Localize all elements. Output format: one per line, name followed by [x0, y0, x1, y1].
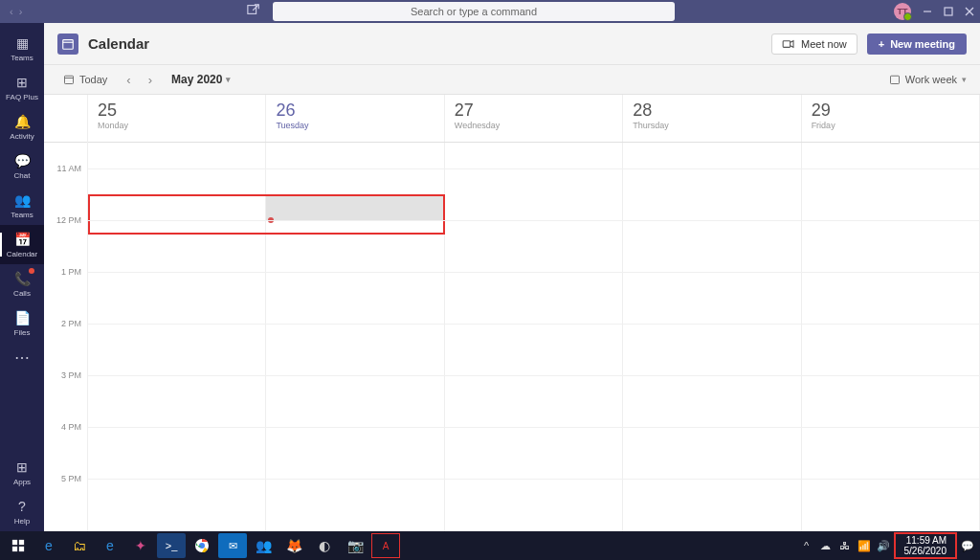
- rail-label: Files: [14, 328, 31, 337]
- svg-rect-13: [12, 547, 17, 551]
- calendar-grid: 11 AM12 PM1 PM2 PM3 PM4 PM5 PM 25Monday2…: [44, 94, 980, 531]
- nav-forward-icon[interactable]: ›: [19, 6, 23, 17]
- today-icon: [63, 74, 75, 85]
- app-icon-1[interactable]: ✦: [126, 533, 155, 558]
- view-icon: [889, 74, 901, 85]
- bell-icon: 🔔: [13, 113, 31, 130]
- ie-icon[interactable]: e: [96, 533, 124, 558]
- search-input[interactable]: Search or type a command: [273, 2, 675, 21]
- hour-line: [88, 375, 980, 376]
- rail-item-teams-top[interactable]: ▦ Teams: [0, 29, 44, 68]
- edge-icon[interactable]: e: [34, 533, 63, 558]
- tray-cloud-icon[interactable]: ☁: [817, 533, 835, 558]
- rail-item-calendar[interactable]: 📅 Calendar: [0, 225, 44, 264]
- taskbar-clock-highlight: 11:59 AM 5/26/2020: [894, 532, 958, 559]
- compose-icon[interactable]: [247, 3, 260, 16]
- start-button[interactable]: [4, 533, 33, 558]
- day-number: 27: [455, 101, 612, 121]
- day-header[interactable]: 27Wednesday: [445, 95, 623, 142]
- teams-taskbar-icon[interactable]: 👥: [249, 533, 278, 558]
- rail-item-calls[interactable]: 📞 Calls: [0, 264, 44, 303]
- window-close-icon[interactable]: [965, 7, 974, 16]
- avatar[interactable]: TT: [894, 3, 911, 20]
- firefox-icon[interactable]: 🦊: [279, 533, 308, 558]
- explorer-icon[interactable]: 🗂: [65, 533, 94, 558]
- day-header[interactable]: 28Thursday: [623, 95, 801, 142]
- hour-line: [88, 220, 980, 221]
- month-picker[interactable]: May 2020 ▾: [171, 73, 231, 86]
- app-icon-2[interactable]: ◐: [310, 533, 339, 558]
- day-of-week: Monday: [98, 121, 256, 130]
- outlook-icon[interactable]: ✉: [218, 533, 247, 558]
- search-placeholder: Search or type a command: [411, 6, 537, 17]
- title-bar: ‹ › Search or type a command TT: [0, 0, 980, 23]
- day-header[interactable]: 25Monday: [88, 95, 266, 142]
- hour-line: [88, 427, 980, 428]
- file-icon: 📄: [13, 309, 31, 326]
- hour-label: 2 PM: [61, 319, 81, 328]
- next-week-icon[interactable]: ›: [145, 73, 156, 87]
- rail-item-chat[interactable]: 💬 Chat: [0, 146, 44, 186]
- svg-rect-10: [890, 76, 899, 83]
- day-header[interactable]: 26Tuesday: [266, 95, 444, 142]
- view-switcher[interactable]: Work week ▾: [889, 74, 967, 85]
- notification-dot: [29, 268, 34, 274]
- taskbar-clock[interactable]: 11:59 AM 5/26/2020: [899, 535, 953, 556]
- calendar-icon: 📅: [13, 231, 31, 248]
- day-number: 29: [812, 101, 969, 121]
- acrobat-icon[interactable]: A: [371, 533, 400, 558]
- rail-label: Activity: [10, 132, 33, 141]
- tray-wifi-icon[interactable]: 📶: [856, 533, 873, 558]
- page-title: Calendar: [88, 35, 149, 52]
- action-center-icon[interactable]: 💬: [959, 533, 976, 558]
- day-column[interactable]: [623, 143, 801, 531]
- day-number: 28: [633, 101, 791, 121]
- tray-volume-icon[interactable]: 🔊: [875, 533, 892, 558]
- chrome-icon[interactable]: [188, 533, 216, 558]
- svg-rect-12: [19, 540, 24, 545]
- rail-more-icon[interactable]: ⋯: [14, 343, 31, 372]
- month-label: May 2020: [171, 73, 222, 86]
- rail-label: Calls: [13, 289, 31, 298]
- meet-now-button[interactable]: Meet now: [771, 34, 858, 55]
- svg-rect-0: [248, 6, 256, 14]
- rail-item-help[interactable]: ? Help: [0, 492, 44, 531]
- windows-taskbar: e 🗂 e ✦ >_ ✉ 👥 🦊 ◐ 📷 A ^ ☁ 🖧 📶 🔊 11:59 A…: [0, 531, 980, 560]
- svg-rect-2: [945, 8, 952, 15]
- day-column[interactable]: [88, 143, 266, 531]
- apps-icon: ⊞: [13, 459, 31, 476]
- calendar-slots[interactable]: [88, 143, 980, 531]
- rail-item-faq[interactable]: ⊞ FAQ Plus: [0, 68, 44, 107]
- faq-icon: ⊞: [13, 74, 31, 91]
- camera-icon[interactable]: 📷: [341, 533, 369, 558]
- day-column[interactable]: [445, 143, 623, 531]
- day-column[interactable]: [802, 143, 980, 531]
- hour-label: 11 AM: [56, 164, 81, 173]
- chat-icon: 💬: [13, 152, 31, 169]
- hour-label: 4 PM: [61, 422, 81, 432]
- busy-slot: [266, 194, 444, 220]
- hour-line: [88, 272, 980, 273]
- view-label: Work week: [905, 74, 957, 85]
- chevron-down-icon: ▾: [962, 75, 967, 84]
- rail-item-apps[interactable]: ⊞ Apps: [0, 453, 44, 492]
- tray-net-icon[interactable]: 🖧: [836, 533, 854, 558]
- rail-item-teams[interactable]: 👥 Teams: [0, 186, 44, 225]
- day-header[interactable]: 29Friday: [802, 95, 980, 142]
- rail-label: Teams: [11, 211, 33, 219]
- today-button[interactable]: Today: [57, 71, 113, 88]
- nav-back-icon[interactable]: ‹: [10, 6, 13, 17]
- plus-icon: +: [879, 38, 884, 50]
- window-minimize-icon[interactable]: [923, 7, 932, 16]
- day-of-week: Friday: [812, 121, 969, 130]
- day-of-week: Tuesday: [276, 121, 434, 130]
- rail-item-activity[interactable]: 🔔 Activity: [0, 107, 44, 146]
- rail-item-files[interactable]: 📄 Files: [0, 303, 44, 343]
- window-maximize-icon[interactable]: [944, 7, 953, 16]
- powershell-icon[interactable]: >_: [157, 533, 186, 558]
- svg-rect-7: [783, 40, 791, 47]
- prev-week-icon[interactable]: ‹: [122, 73, 134, 87]
- clock-time: 11:59 AM: [904, 535, 947, 546]
- new-meeting-button[interactable]: + New meeting: [867, 34, 967, 55]
- tray-chevron-icon[interactable]: ^: [798, 533, 815, 558]
